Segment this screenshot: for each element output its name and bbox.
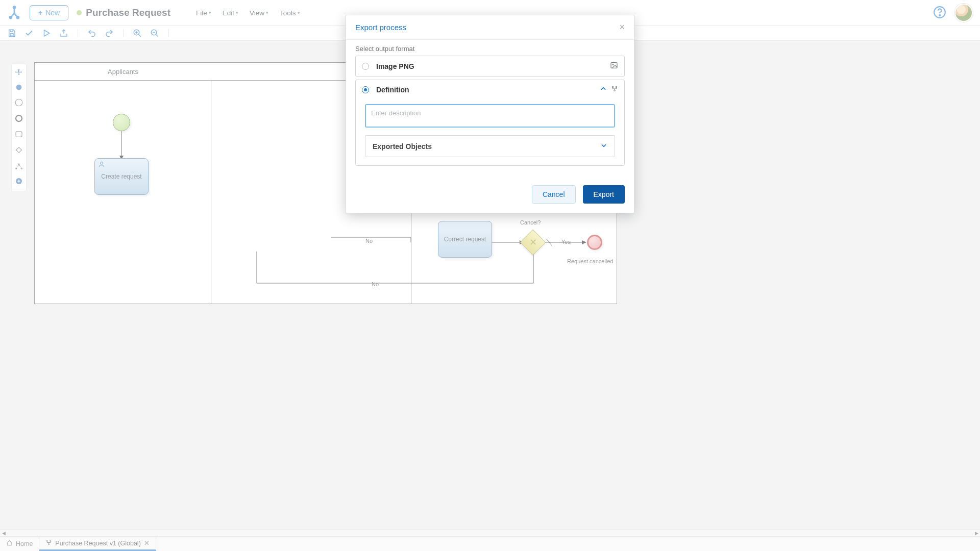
svg-point-43 xyxy=(614,90,615,91)
format-option-png[interactable]: Image PNG xyxy=(355,56,625,77)
select-format-label: Select output format xyxy=(355,45,625,53)
radio-icon[interactable] xyxy=(362,86,369,93)
chevron-up-icon xyxy=(600,85,607,94)
export-button[interactable]: Export xyxy=(583,185,625,204)
modal-header: Export process × xyxy=(346,15,634,40)
format-option-definition: Definition Exported Objects xyxy=(355,80,625,166)
cancel-button[interactable]: Cancel xyxy=(532,185,576,204)
modal-footer: Cancel Export xyxy=(346,178,634,213)
exported-objects-toggle[interactable]: Exported Objects xyxy=(365,135,615,157)
cancel-button-label: Cancel xyxy=(543,190,565,198)
chevron-down-icon xyxy=(600,142,607,151)
image-icon xyxy=(610,61,618,71)
svg-point-41 xyxy=(612,86,613,87)
description-input[interactable] xyxy=(365,104,615,128)
format-definition-label: Definition xyxy=(376,86,593,94)
modal-title: Export process xyxy=(355,23,406,32)
modal-overlay: Export process × Select output format Im… xyxy=(0,0,980,551)
format-png-label: Image PNG xyxy=(376,62,603,70)
exported-objects-label: Exported Objects xyxy=(373,142,432,151)
format-definition-header[interactable]: Definition xyxy=(356,80,624,99)
modal-body: Select output format Image PNG Definitio… xyxy=(346,40,634,178)
radio-icon[interactable] xyxy=(362,63,369,70)
export-modal: Export process × Select output format Im… xyxy=(346,15,634,213)
close-icon[interactable]: × xyxy=(619,22,625,33)
svg-rect-39 xyxy=(611,63,617,68)
svg-point-40 xyxy=(612,64,614,65)
svg-point-42 xyxy=(616,86,617,87)
export-button-label: Export xyxy=(594,190,614,198)
process-icon xyxy=(611,85,618,94)
